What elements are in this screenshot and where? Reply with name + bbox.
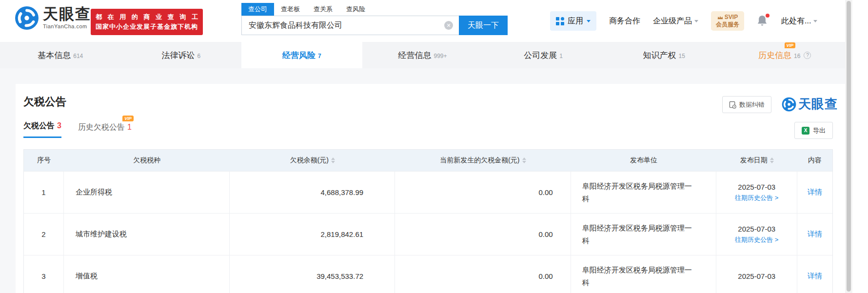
search-tab-company[interactable]: 查公司 — [241, 3, 274, 16]
nav-enterprise[interactable]: 企业级产品 — [653, 16, 698, 26]
notification-dot — [766, 14, 769, 18]
export-button[interactable]: X 导出 — [794, 122, 833, 139]
watermark-text: 天眼查 — [798, 96, 838, 113]
search-tab-relation[interactable]: 查关系 — [307, 3, 339, 16]
cell-publisher: 阜阳经济开发区税务局税源管理一科 — [571, 255, 717, 293]
table-row: 2 城市维护建设税 2,819,842.61 0.00 阜阳经济开发区税务局税源… — [24, 213, 832, 255]
tax-arrears-card: 欠税公告 数据纠错 天眼查 欠税公告3 — [16, 84, 845, 293]
cell-index: 2 — [24, 214, 64, 255]
cell-balance: 2,819,842.61 — [230, 214, 395, 255]
col-new-amount-sortable[interactable]: 当前新发生的欠税金额(元) — [395, 156, 571, 165]
search-tab-risk[interactable]: 查风险 — [339, 3, 372, 16]
col-content: 内容 — [797, 156, 832, 165]
scrollbar-thumb[interactable] — [847, 1, 851, 292]
cell-detail: 详情 — [797, 172, 832, 213]
clear-icon[interactable]: ✕ — [444, 21, 453, 30]
cell-index: 3 — [24, 255, 64, 293]
cell-tax-type: 城市维护建设税 — [64, 214, 230, 255]
brand-domain: TianYanCha.com — [43, 23, 91, 29]
crown-icon — [717, 15, 723, 20]
apps-menu[interactable]: 应用 — [550, 11, 596, 31]
subtab-history-tax-arrears[interactable]: 历史欠税公告1 VIP — [78, 122, 132, 138]
profile-menu[interactable]: 此处有... — [781, 16, 817, 26]
tab-intellectual-property[interactable]: 知识产权15 — [604, 42, 725, 68]
svip-member-badge[interactable]: SVIP 会员服务 — [711, 11, 744, 31]
search-input[interactable] — [241, 16, 459, 35]
detail-link[interactable]: 详情 — [808, 230, 822, 239]
cell-new-amount: 0.00 — [395, 255, 571, 293]
col-balance-sortable[interactable]: 欠税余额(元) — [230, 156, 395, 165]
company-section-tabs: 基本信息614 法律诉讼6 经营风险7 经营信息999+ 公司发展1 知识产权1… — [0, 42, 845, 68]
excel-icon: X — [802, 127, 809, 135]
col-publish-date-sortable[interactable]: 发布日期 — [716, 156, 797, 165]
detail-link[interactable]: 详情 — [808, 188, 822, 197]
tab-history-info[interactable]: 历史信息 VIP 16 ? — [724, 42, 845, 68]
tab-operating-risk[interactable]: 经营风险7 — [241, 42, 362, 68]
data-correction-icon — [729, 101, 736, 109]
apps-grid-icon — [556, 17, 564, 25]
search-area: 查公司 查老板 查关系 查风险 ✕ 天眼一下 — [241, 3, 508, 35]
sort-icon — [522, 157, 526, 163]
table-row: 3 增值税 39,453,533.72 0.00 阜阳经济开发区税务局税源管理一… — [24, 255, 832, 293]
cell-date: 2025-07-03 往期历史公告 > — [716, 172, 797, 213]
top-header: 天眼查 TianYanCha.com 都 在 用 的 商 业 查 询 工 具 国… — [0, 0, 845, 42]
cell-publisher: 阜阳经济开发区税务局税源管理一科 — [571, 172, 717, 213]
slogan-line1: 都 在 用 的 商 业 查 询 工 具 — [96, 12, 198, 22]
history-announcements-link[interactable]: 往期历史公告 > — [735, 235, 778, 244]
table-header-row: 序号 欠税税种 欠税余额(元) 当前新发生的欠税金额(元) 发布单位 发布日期 … — [24, 150, 832, 171]
cell-balance: 39,453,533.72 — [230, 255, 395, 293]
help-icon[interactable]: ? — [804, 52, 811, 59]
tianyancha-swirl-icon — [782, 97, 796, 112]
tab-operating-info[interactable]: 经营信息999+ — [362, 42, 483, 68]
cell-date: 2025-07-03 — [716, 255, 797, 293]
history-announcements-link[interactable]: 往期历史公告 > — [735, 194, 778, 202]
tianyancha-swirl-icon — [15, 6, 39, 30]
slogan-line2: 国家中小企业发展子基金旗下机构 — [96, 22, 198, 32]
detail-link[interactable]: 详情 — [808, 272, 822, 281]
sort-icon — [331, 157, 335, 163]
search-button[interactable]: 天眼一下 — [459, 16, 508, 35]
cell-tax-type: 增值税 — [64, 255, 230, 293]
slogan-badge: 都 在 用 的 商 业 查 询 工 具 国家中小企业发展子基金旗下机构 — [91, 9, 203, 35]
apps-label: 应用 — [568, 16, 583, 26]
tab-company-development[interactable]: 公司发展1 — [483, 42, 604, 68]
svip-sublabel: 会员服务 — [716, 21, 739, 28]
cell-new-amount: 0.00 — [395, 172, 571, 213]
col-publisher: 发布单位 — [571, 156, 717, 165]
tianyancha-logo[interactable]: 天眼查 TianYanCha.com — [15, 6, 91, 30]
cell-date: 2025-07-03 往期历史公告 > — [716, 214, 797, 255]
vip-badge: VIP — [785, 42, 796, 48]
brand-name: 天眼查 — [43, 6, 91, 22]
cell-detail: 详情 — [797, 214, 832, 255]
sort-icon — [770, 157, 774, 163]
chevron-down-icon — [587, 20, 591, 22]
vip-badge: VIP — [122, 116, 134, 121]
col-index: 序号 — [24, 156, 64, 165]
search-tabs: 查公司 查老板 查关系 查风险 — [241, 3, 508, 16]
top-nav: 应用 商务合作 企业级产品 SVIP 会员服务 — [550, 0, 817, 42]
tab-basic-info[interactable]: 基本信息614 — [0, 42, 121, 68]
notifications-bell[interactable] — [757, 15, 769, 27]
data-correction-button[interactable]: 数据纠错 — [722, 96, 771, 113]
cell-detail: 详情 — [797, 255, 832, 293]
subtab-tax-arrears[interactable]: 欠税公告3 — [23, 121, 61, 138]
cell-index: 1 — [24, 172, 64, 213]
chevron-down-icon — [694, 20, 698, 22]
cell-new-amount: 0.00 — [395, 214, 571, 255]
cell-tax-type: 企业所得税 — [64, 172, 230, 213]
tab-legal-litigation[interactable]: 法律诉讼6 — [121, 42, 242, 68]
nav-cooperation[interactable]: 商务合作 — [609, 16, 640, 26]
search-tab-boss[interactable]: 查老板 — [274, 3, 307, 16]
table-row: 1 企业所得税 4,688,378.99 0.00 阜阳经济开发区税务局税源管理… — [24, 171, 832, 213]
svip-label: SVIP — [725, 14, 738, 21]
tianyancha-page: 天眼查 TianYanCha.com 都 在 用 的 商 业 查 询 工 具 国… — [0, 0, 868, 293]
chevron-down-icon — [813, 20, 817, 22]
tax-arrears-table: 序号 欠税税种 欠税余额(元) 当前新发生的欠税金额(元) 发布单位 发布日期 … — [23, 149, 833, 293]
cell-publisher: 阜阳经济开发区税务局税源管理一科 — [571, 214, 717, 255]
watermark-logo: 天眼查 — [782, 96, 838, 113]
subtabs: 欠税公告3 历史欠税公告1 VIP — [23, 121, 845, 138]
vertical-scrollbar[interactable] — [845, 0, 852, 293]
col-tax-type: 欠税税种 — [64, 156, 230, 165]
cell-balance: 4,688,378.99 — [230, 172, 395, 213]
